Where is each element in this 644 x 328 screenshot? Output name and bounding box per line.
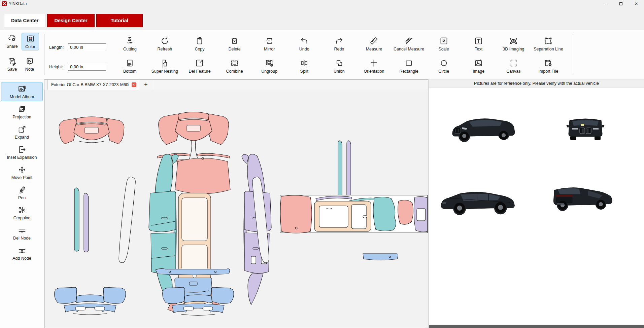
pattern-pillar-strips-left[interactable] [74, 188, 89, 252]
orientation-button[interactable]: Orientation [357, 55, 392, 77]
save-button[interactable]: Save [4, 57, 20, 72]
sidebar: Model Album Projection Expand Inset Expa… [0, 79, 44, 328]
refresh-icon [160, 36, 169, 45]
app-logo-icon [2, 1, 7, 6]
pattern-canvas[interactable] [44, 90, 428, 328]
share-cloud-icon [8, 34, 17, 43]
ungroup-icon [265, 59, 274, 68]
combine-button[interactable]: Combine [217, 55, 252, 77]
bottom-icon [125, 59, 134, 68]
share-button[interactable]: Share [4, 34, 20, 49]
app-window: YINKData – ✕ Data Center Design Center T… [0, 0, 644, 328]
document-tabbar: Exterior Of Car-B BMW-X7-X7-2023-M60i ✕ … [44, 79, 428, 90]
move-point-icon [18, 165, 27, 174]
super-nesting-icon [160, 59, 169, 68]
cutting-button[interactable]: Cutting [112, 33, 147, 55]
ungroup-button[interactable]: Ungroup [252, 55, 287, 77]
pattern-front-bumper-small[interactable] [59, 117, 124, 144]
refresh-button[interactable]: Refresh [147, 33, 182, 55]
sidebar-item-model-album[interactable]: Model Album [1, 82, 43, 101]
tab-data-center[interactable]: Data Center [4, 14, 45, 27]
note-badge-icon [25, 57, 34, 66]
save-floppy-icon [8, 57, 17, 66]
right-panel-scrollbar[interactable] [429, 325, 644, 328]
sidebar-item-expand[interactable]: Expand [1, 122, 43, 142]
cancel-measure-button[interactable]: Cancel Measure [392, 33, 427, 55]
image-button[interactable]: Image [461, 55, 496, 77]
copy-clipboard-icon [195, 36, 204, 45]
tab-tutorial[interactable]: Tutorial [96, 14, 143, 27]
window-controls: – ✕ [598, 0, 644, 7]
note-button[interactable]: Note [22, 57, 38, 72]
add-node-icon [18, 246, 27, 255]
car-front-quarter-image [448, 110, 517, 146]
delete-button[interactable]: Delete [217, 33, 252, 55]
circle-button[interactable]: Circle [426, 55, 461, 77]
minimize-button[interactable]: – [598, 0, 613, 7]
sidebar-item-projection[interactable]: Projection [1, 102, 43, 121]
length-input[interactable] [68, 43, 106, 51]
import-file-button[interactable]: Import File [531, 55, 566, 77]
rectangle-button[interactable]: Rectangle [392, 55, 427, 77]
split-icon [300, 59, 309, 68]
titlebar: YINKData – ✕ [0, 0, 644, 7]
reference-panel: Pictures are for reference only. Please … [429, 79, 644, 328]
redo-icon [335, 36, 344, 45]
separation-line-icon [544, 36, 553, 45]
split-button[interactable]: Split [287, 55, 322, 77]
car-side-image [438, 184, 517, 216]
document-tab-title: Exterior Of Car-B BMW-X7-X7-2023-M60i [51, 82, 129, 87]
cancel-measure-icon [404, 36, 413, 45]
pattern-hood[interactable] [175, 157, 230, 194]
car-rear-quarter-image [547, 179, 620, 214]
sidebar-item-del-node[interactable]: Del Node [1, 223, 43, 243]
pattern-left-side-teal[interactable] [149, 154, 178, 305]
separation-line-button[interactable]: Separation Line [531, 33, 566, 55]
sidebar-item-add-node[interactable]: Add Node [1, 244, 43, 263]
union-button[interactable]: Union [322, 55, 357, 77]
length-label: Length: [49, 43, 64, 51]
delete-trash-icon [230, 36, 239, 45]
toolbar-divider [44, 34, 44, 75]
measure-button[interactable]: Measure [357, 33, 392, 55]
sidebar-item-inset-expansion[interactable]: Inset Expansion [1, 143, 43, 162]
undo-icon [300, 36, 309, 45]
color-button[interactable]: Color [22, 33, 39, 50]
bottom-button[interactable]: Bottom [112, 55, 147, 77]
toolbar: Share Color Save Note [0, 30, 644, 79]
new-tab-button[interactable]: + [140, 80, 152, 90]
scale-button[interactable]: Scale [426, 33, 461, 55]
text-icon [474, 36, 483, 45]
redo-button[interactable]: Redo [322, 33, 357, 55]
sidebar-item-cropping[interactable]: Cropping [1, 203, 43, 222]
copy-button[interactable]: Copy [182, 33, 217, 55]
del-feature-button[interactable]: Del Feature [182, 55, 217, 77]
circle-icon [439, 59, 448, 68]
tab-design-center[interactable]: Design Center [47, 14, 94, 27]
reference-notice: Pictures are for reference only. Please … [429, 79, 644, 87]
color-car-icon [26, 34, 35, 43]
orientation-icon [369, 59, 378, 68]
pattern-pillar-strips-right[interactable] [338, 141, 351, 197]
scale-icon [439, 36, 448, 45]
cropping-scissors-icon [18, 206, 27, 215]
3d-imaging-button[interactable]: 3D Imaging [496, 33, 531, 55]
close-button[interactable]: ✕ [629, 0, 644, 7]
document-tab[interactable]: Exterior Of Car-B BMW-X7-X7-2023-M60i ✕ [47, 80, 140, 90]
canvas-button[interactable]: Canvas [496, 55, 531, 77]
del-feature-icon [195, 59, 204, 68]
pen-icon [18, 185, 27, 194]
pattern-sill-bar[interactable] [363, 254, 398, 260]
text-button[interactable]: Text [461, 33, 496, 55]
super-nesting-button[interactable]: Super Nesting [147, 55, 182, 77]
undo-button[interactable]: Undo [287, 33, 322, 55]
tools-grid: Cutting Refresh Copy Delete [112, 33, 566, 77]
pattern-rear-bumper-left[interactable] [55, 287, 126, 315]
height-input[interactable] [68, 63, 106, 71]
sidebar-item-pen[interactable]: Pen [1, 183, 43, 202]
sidebar-item-move-point[interactable]: Move Point [1, 163, 43, 182]
document-tab-close-icon[interactable]: ✕ [132, 82, 136, 87]
mirror-button[interactable]: Mirror [252, 33, 287, 55]
maximize-button[interactable] [613, 0, 629, 7]
pattern-side-cluster[interactable] [280, 195, 428, 233]
